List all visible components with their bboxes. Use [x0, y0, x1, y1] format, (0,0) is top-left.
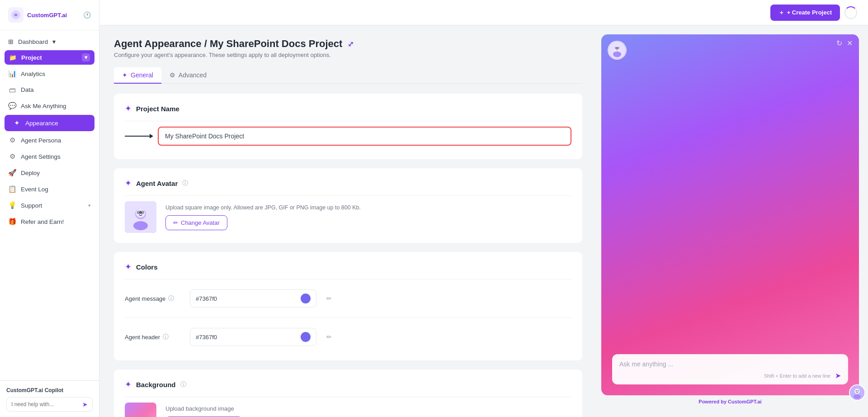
general-tab-icon: ✦ — [122, 71, 127, 79]
sidebar: CustomGPT.ai 🕐 ⊞ Dashboard ▾ 📁 Project ▾… — [0, 0, 99, 417]
form-panel: Agent Appearance / My SharePoint Docs Pr… — [99, 25, 597, 417]
sidebar-item-label: Agent Settings — [21, 153, 61, 160]
dashboard-icon: ⊞ — [8, 38, 14, 45]
persona-icon: ⚙ — [8, 136, 16, 144]
svg-point-7 — [139, 212, 140, 213]
sidebar-item-label: Deploy — [21, 170, 40, 176]
logo-area: CustomGPT.ai 🕐 — [0, 0, 99, 30]
copilot-input[interactable] — [11, 401, 80, 408]
agent-header-info-icon[interactable]: ⓘ — [163, 333, 169, 341]
agent-header-hex-input[interactable] — [196, 334, 297, 341]
sidebar-item-support[interactable]: 💡 Support ▾ — [0, 197, 99, 213]
avatar-info: Upload square image only. Allowed are JP… — [165, 204, 571, 230]
clock-icon: 🕐 — [83, 11, 91, 19]
tabs: ✦ General ⚙ Advanced — [114, 67, 582, 84]
svg-point-20 — [854, 389, 860, 394]
agent-message-color-swatch[interactable] — [301, 294, 311, 303]
tab-general[interactable]: ✦ General — [114, 67, 161, 84]
chat-topbar: ↻ ✕ — [830, 34, 859, 52]
section-header-project-name: ✦ Project Name — [125, 104, 571, 114]
appearance-icon: ✦ — [13, 119, 21, 127]
logo-icon — [8, 7, 24, 23]
chat-preview: ↻ ✕ — [601, 34, 859, 395]
sidebar-nav: ⊞ Dashboard ▾ 📁 Project ▾ 📊 Analytics 🗃 … — [0, 30, 99, 380]
agent-message-hex-input[interactable] — [196, 295, 297, 302]
chevron-down-icon: ▾ — [52, 38, 56, 45]
data-icon: 🗃 — [8, 86, 16, 94]
share-icon[interactable]: ⤢ — [348, 40, 354, 48]
settings-icon: ⚙ — [8, 152, 16, 161]
sidebar-item-label: Dashboard — [18, 38, 48, 45]
arrow-indicator — [125, 134, 153, 138]
send-icon[interactable]: ➤ — [82, 401, 88, 408]
background-info-icon[interactable]: ⓘ — [180, 380, 186, 389]
agent-message-info-icon[interactable]: ⓘ — [168, 294, 174, 303]
chevron-down-icon: ▾ — [88, 203, 91, 208]
section-title-avatar: Agent Avatar — [136, 180, 178, 187]
sidebar-item-project[interactable]: 📁 Project ▾ — [5, 50, 94, 65]
agent-message-edit-icon[interactable]: ✏ — [326, 295, 332, 302]
sidebar-item-agent-settings[interactable]: ⚙ Agent Settings — [0, 148, 99, 165]
gift-icon: 🎁 — [8, 218, 16, 226]
chat-input-footer: Shift + Enter to add a new line ➤ — [619, 371, 841, 380]
avatar-image — [125, 201, 156, 233]
create-project-button[interactable]: ＋ + Create Project — [770, 5, 840, 21]
sidebar-item-analytics[interactable]: 📊 Analytics — [0, 66, 99, 82]
section-divider — [125, 195, 571, 196]
advanced-tab-icon: ⚙ — [170, 71, 175, 79]
sidebar-item-label: Appearance — [25, 120, 58, 127]
refresh-icon[interactable]: ↻ — [836, 39, 842, 47]
section-icon-background: ✦ — [125, 379, 132, 389]
sidebar-item-label: Agent Persona — [21, 137, 61, 144]
sidebar-item-data[interactable]: 🗃 Data — [0, 82, 99, 98]
sidebar-item-dashboard[interactable]: ⊞ Dashboard ▾ — [0, 34, 99, 49]
sidebar-item-event-log[interactable]: 📋 Event Log — [0, 181, 99, 197]
page-title: Agent Appearance / My SharePoint Docs Pr… — [114, 38, 582, 50]
project-name-section: ✦ Project Name — [114, 94, 582, 159]
sidebar-item-ask-me-anything[interactable]: 💬 Ask Me Anything — [0, 98, 99, 114]
sidebar-item-label: Project — [21, 54, 42, 61]
plus-icon: ＋ — [778, 9, 784, 17]
svg-point-21 — [856, 390, 857, 391]
tab-advanced[interactable]: ⚙ Advanced — [161, 67, 215, 84]
colors-section: ✦ Colors Agent message ⓘ ✏ — [114, 252, 582, 360]
close-icon[interactable]: ✕ — [847, 39, 853, 47]
sidebar-item-agent-persona[interactable]: ⚙ Agent Persona — [0, 132, 99, 148]
section-icon-avatar: ✦ — [125, 178, 132, 188]
change-avatar-label: Change Avatar — [181, 219, 220, 226]
agent-message-color-input — [190, 289, 316, 308]
project-icon: 📁 — [9, 54, 17, 61]
agent-header-color-input — [190, 328, 316, 346]
sidebar-item-deploy[interactable]: 🚀 Deploy — [0, 165, 99, 181]
chat-input-area: Ask me anything ... Shift + Enter to add… — [612, 354, 848, 384]
tab-advanced-label: Advanced — [179, 71, 207, 79]
avatar-info-icon[interactable]: ⓘ — [182, 179, 188, 187]
agent-header-color-row: Agent header ⓘ ✏ — [125, 323, 571, 351]
logo-text: CustomGPT.ai — [27, 12, 67, 19]
agent-header-color-swatch[interactable] — [301, 332, 311, 342]
pencil-icon: ✏ — [173, 219, 178, 226]
chat-avatar-preview — [608, 41, 627, 60]
change-avatar-button[interactable]: ✏ Change Avatar — [165, 215, 227, 230]
background-section: ✦ Background ⓘ Upload background image ✏… — [114, 370, 582, 417]
background-row: Upload background image ✏ Change Backgro… — [125, 403, 571, 417]
sidebar-item-appearance[interactable]: ✦ Appearance — [5, 115, 94, 131]
agent-header-label: Agent header ⓘ — [125, 333, 184, 341]
svg-point-5 — [133, 221, 148, 230]
log-icon: 📋 — [8, 185, 16, 193]
svg-point-23 — [854, 394, 861, 399]
preview-panel: ↻ ✕ — [597, 25, 868, 417]
section-divider — [125, 279, 571, 280]
project-name-input[interactable] — [158, 127, 571, 146]
chat-send-icon[interactable]: ➤ — [835, 371, 841, 380]
page-title-text: Agent Appearance / My SharePoint Docs Pr… — [114, 38, 342, 50]
agent-header-edit-icon[interactable]: ✏ — [326, 333, 332, 341]
main-content: ＋ + Create Project Agent Appearance / My… — [99, 0, 868, 417]
section-title-background: Background — [136, 381, 176, 389]
sidebar-item-label: Ask Me Anything — [21, 103, 66, 109]
sidebar-item-label: Event Log — [21, 186, 48, 193]
section-header-colors: ✦ Colors — [125, 262, 571, 272]
sidebar-item-refer-earn[interactable]: 🎁 Refer and Earn! — [0, 213, 99, 230]
arrow-head — [150, 134, 153, 138]
analytics-icon: 📊 — [8, 70, 16, 78]
